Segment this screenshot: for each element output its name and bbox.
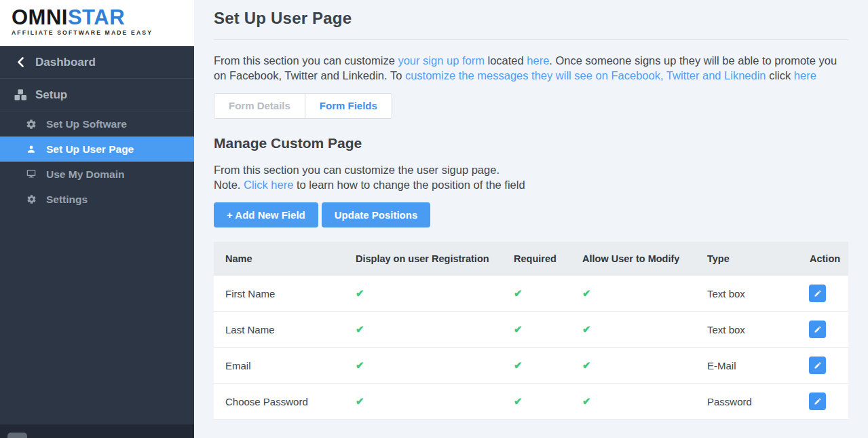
sidebar-item-settings[interactable]: Settings (0, 187, 194, 212)
sidebar-item-set-up-user-page[interactable]: Set Up User Page (0, 136, 194, 162)
check-icon: ✔ (356, 395, 364, 407)
user-icon (23, 144, 39, 154)
field-name: First Name (214, 288, 344, 299)
inline-link[interactable]: Click here (244, 179, 293, 191)
sidebar: OMNISTAR AFFILIATE SOFTWARE MADE EASY Da… (0, 0, 194, 438)
inline-text: From this section you can customize (214, 54, 398, 67)
pencil-icon (814, 289, 822, 297)
chevron-left-icon (12, 57, 29, 67)
table-row: Last Name✔✔✔Text box (214, 312, 848, 348)
brand-logo: OMNISTAR AFFILIATE SOFTWARE MADE EASY (0, 0, 194, 46)
column-header-allow-user-to-modify: Allow User to Modify (571, 253, 696, 264)
inline-link[interactable]: here (527, 54, 549, 67)
inline-link[interactable]: here (794, 69, 816, 81)
section-description-note: Note. Click here to learn how to change … (214, 177, 848, 192)
brand-name-secondary: STAR (68, 5, 125, 29)
check-icon: ✔ (514, 287, 523, 299)
tab-form-details[interactable]: Form Details (214, 94, 305, 118)
edit-field-button[interactable] (809, 285, 826, 302)
check-icon: ✔ (514, 359, 523, 371)
brand-name-primary: OMNI (12, 5, 68, 29)
required-check-cell: ✔ (502, 395, 571, 407)
brand-tagline: AFFILIATE SOFTWARE MADE EASY (12, 29, 194, 36)
sidebar-nav: Dashboard Setup Set Up SoftwareSet Up Us… (0, 46, 194, 424)
check-icon: ✔ (582, 323, 591, 335)
sidebar-item-dashboard[interactable]: Dashboard (0, 46, 194, 79)
inline-link[interactable]: customize the messages they will see on … (405, 69, 766, 81)
sidebar-item-label: Dashboard (35, 56, 96, 69)
check-icon: ✔ (582, 359, 591, 371)
edit-field-button[interactable] (809, 393, 826, 410)
sidebar-item-label: Use My Domain (46, 168, 124, 181)
modify-check-cell: ✔ (571, 395, 696, 407)
fields-table: NameDisplay on user RegistrationRequired… (214, 242, 848, 420)
modify-check-cell: ✔ (571, 359, 696, 371)
page-title: Set Up User Page (214, 9, 848, 28)
action-cell (798, 321, 848, 338)
field-type: Password (696, 396, 798, 407)
required-check-cell: ✔ (502, 359, 571, 371)
table-row: First Name✔✔✔Text box (214, 276, 848, 312)
required-check-cell: ✔ (502, 287, 571, 299)
check-icon: ✔ (356, 359, 364, 371)
section-description: From this section you can customize the … (214, 162, 848, 192)
gear-icon (23, 194, 39, 204)
section-description-line1: From this section you can customize the … (214, 162, 848, 177)
brand-name: OMNISTAR (12, 7, 194, 29)
add-new-field-button[interactable]: + Add New Field (214, 202, 318, 227)
column-header-required: Required (502, 253, 571, 264)
sidebar-item-label: Set Up Software (46, 118, 127, 130)
field-name: Email (214, 360, 344, 371)
sidebar-item-use-my-domain[interactable]: Use My Domain (0, 162, 194, 187)
check-icon: ✔ (582, 287, 591, 299)
section-title: Manage Custom Page (214, 135, 848, 151)
pencil-icon (814, 397, 822, 405)
field-type: Text box (696, 288, 798, 299)
table-body: First Name✔✔✔Text boxLast Name✔✔✔Text bo… (214, 276, 848, 420)
inline-link[interactable]: your sign up form (398, 54, 484, 67)
main-content: Set Up User Page From this section you c… (194, 0, 868, 438)
action-buttons: + Add New Field Update Positions (214, 202, 848, 227)
sidebar-nav-items: Set Up SoftwareSet Up User PageUse My Do… (0, 111, 194, 212)
gears-icon (23, 119, 39, 130)
inline-text: located (485, 54, 527, 67)
update-positions-button[interactable]: Update Positions (322, 202, 431, 227)
sidebar-item-label: Settings (46, 194, 88, 206)
modify-check-cell: ✔ (571, 323, 696, 335)
display-check-cell: ✔ (344, 323, 502, 335)
table-row: Email✔✔✔E-Mail (214, 348, 848, 384)
display-check-cell: ✔ (344, 287, 502, 299)
display-check-cell: ✔ (344, 395, 502, 407)
inline-text: to learn how to change the position of t… (293, 179, 525, 191)
field-name: Choose Password (214, 396, 344, 407)
action-cell (798, 357, 848, 374)
pencil-icon (814, 325, 822, 333)
edit-field-button[interactable] (809, 321, 826, 338)
monitor-icon (23, 169, 39, 179)
check-icon: ✔ (356, 323, 364, 335)
tab-form-fields[interactable]: Form Fields (305, 94, 392, 118)
action-cell (798, 393, 848, 410)
check-icon: ✔ (356, 287, 364, 299)
edit-field-button[interactable] (809, 357, 826, 374)
cubes-icon (12, 89, 29, 101)
sidebar-footer (0, 424, 194, 438)
column-header-type: Type (696, 253, 798, 264)
pencil-icon (814, 361, 822, 369)
check-icon: ✔ (514, 323, 523, 335)
sidebar-section-setup[interactable]: Setup (0, 79, 194, 111)
table-row: Choose Password✔✔✔Password (214, 384, 848, 420)
check-icon: ✔ (514, 395, 523, 407)
intro-paragraph: From this section you can customize your… (214, 53, 848, 83)
sidebar-item-label: Set Up User Page (46, 143, 134, 156)
title-divider (214, 39, 848, 40)
inline-text: Note. (214, 179, 244, 191)
required-check-cell: ✔ (502, 323, 571, 335)
field-type: Text box (696, 324, 798, 335)
column-header-action: Action (798, 253, 848, 264)
form-tabs: Form DetailsForm Fields (214, 93, 392, 119)
column-header-display-on-user-registration: Display on user Registration (344, 253, 502, 264)
field-type: E-Mail (696, 360, 798, 371)
sidebar-section-label: Setup (35, 88, 67, 102)
sidebar-item-set-up-software[interactable]: Set Up Software (0, 111, 194, 136)
